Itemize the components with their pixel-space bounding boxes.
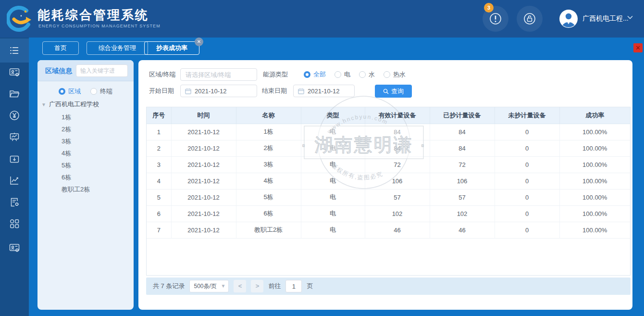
table-cell: 6栋 xyxy=(236,205,301,222)
tab-meter-read-rate[interactable]: 抄表成功率 ✕ xyxy=(144,41,199,55)
table-cell: 电 xyxy=(301,140,365,156)
tree-item[interactable]: 4栋 xyxy=(62,147,90,159)
end-date-input[interactable]: 2021-10-12 xyxy=(293,85,355,97)
column-header: 时间 xyxy=(171,107,236,124)
table-cell: 2021-10-12 xyxy=(171,222,236,238)
lock-icon xyxy=(522,12,537,26)
start-date-input[interactable]: 2021-10-12 xyxy=(180,85,257,97)
area-filter-label: 区域/终端 xyxy=(149,68,176,81)
radio-terminal[interactable]: 终端 xyxy=(90,87,112,96)
energy-radio-group: 全部电水热水 xyxy=(304,68,406,81)
table-cell: 100.00% xyxy=(559,189,630,205)
sidebar-item-report-config[interactable] xyxy=(0,191,29,213)
page-size-select[interactable]: 500条/页 ▼ xyxy=(189,280,229,292)
table-cell: 102 xyxy=(365,205,430,222)
area-select-input[interactable] xyxy=(180,68,257,81)
table-cell: 0 xyxy=(495,173,559,189)
table-cell: 2021-10-12 xyxy=(171,189,236,205)
tab-home[interactable]: 首页 xyxy=(42,41,79,55)
table-cell: 电 xyxy=(301,173,365,189)
tree-item[interactable]: 6栋 xyxy=(62,171,90,183)
user-name[interactable]: 广西机电工程... xyxy=(582,14,629,23)
sidebar-item-apps[interactable] xyxy=(0,213,29,235)
user-card-settings-icon xyxy=(9,66,20,78)
end-date-label: 结束日期 xyxy=(262,85,287,97)
radio-energy-3[interactable]: 热水 xyxy=(384,70,406,79)
calendar-icon xyxy=(297,88,305,95)
calendar-icon xyxy=(185,88,192,95)
sidebar-item-user-card-2[interactable] xyxy=(0,237,29,259)
lock-button[interactable] xyxy=(517,6,543,32)
sidebar-nav xyxy=(0,38,29,316)
tab-close-icon[interactable]: ✕ xyxy=(195,38,203,46)
radio-dot-icon xyxy=(59,88,65,95)
tree-search-input[interactable] xyxy=(76,64,128,77)
table-cell: 72 xyxy=(365,156,430,173)
table-cell: 4 xyxy=(147,173,171,189)
next-page-button[interactable]: > xyxy=(251,280,263,292)
tree-root-node[interactable]: ▼ 广西机电工程学校 xyxy=(41,99,99,110)
sidebar-item-user-card[interactable] xyxy=(0,61,29,83)
tree-item[interactable]: 2栋 xyxy=(62,123,90,135)
prev-page-button[interactable]: < xyxy=(234,280,246,292)
tab-business[interactable]: 综合业务管理 xyxy=(87,41,148,55)
table-row: 32021-10-123栋电72720100.00% xyxy=(147,156,630,173)
table-cell: 3栋 xyxy=(236,156,301,173)
table-row: 52021-10-125栋电57570100.00% xyxy=(147,189,630,205)
folder-download-icon xyxy=(9,153,20,164)
tree-item[interactable]: 5栋 xyxy=(62,159,90,171)
table-cell: 84 xyxy=(430,140,495,156)
energy-type-label: 能源类型 xyxy=(263,68,288,81)
main-area: 首页 综合业务管理 抄表成功率 ✕ ✕ 区域信息 区域 终端 ▼ 广西机电工程学… xyxy=(29,38,644,316)
tree-panel-title: 区域信息 xyxy=(45,67,72,76)
table-cell: 100.00% xyxy=(559,124,630,140)
chevron-down-icon[interactable] xyxy=(627,15,633,19)
table-cell: 106 xyxy=(365,173,430,189)
sidebar-item-folder[interactable] xyxy=(0,83,29,105)
table-cell: 46 xyxy=(365,222,430,238)
sidebar-item-dashboard[interactable] xyxy=(0,126,29,148)
table-cell: 100.00% xyxy=(559,222,630,238)
tree-item[interactable]: 教职工2栋 xyxy=(62,183,90,195)
app-title: 能耗综合管理系统 xyxy=(37,7,149,24)
table-cell: 5栋 xyxy=(236,189,301,205)
sidebar-item-chart[interactable] xyxy=(0,169,29,191)
tree-children: 1栋2栋3栋4栋5栋6栋教职工2栋 xyxy=(62,111,90,195)
caret-down-icon[interactable]: ▼ xyxy=(41,102,46,107)
apps-grid-icon xyxy=(9,218,20,229)
sidebar-item-download[interactable] xyxy=(0,148,29,170)
goto-page-input[interactable] xyxy=(285,280,302,292)
tree-item[interactable]: 1栋 xyxy=(62,111,90,123)
alert-icon xyxy=(488,12,503,26)
table-cell: 57 xyxy=(365,189,430,205)
table-cell: 72 xyxy=(430,156,495,173)
line-chart-icon xyxy=(9,175,20,186)
column-header: 类型 xyxy=(301,107,365,124)
table-cell: 102 xyxy=(430,205,495,222)
table-cell: 1栋 xyxy=(236,124,301,140)
query-button[interactable]: 查询 xyxy=(375,85,412,98)
radio-energy-0[interactable]: 全部 xyxy=(304,70,326,79)
search-icon xyxy=(383,88,389,94)
user-card-settings-icon-2 xyxy=(9,242,20,253)
start-date-label: 开始日期 xyxy=(149,85,174,97)
radio-energy-2[interactable]: 水 xyxy=(359,70,375,79)
table-cell: 57 xyxy=(430,189,495,205)
goto-label: 前往 xyxy=(268,282,281,291)
close-all-tabs-button[interactable]: ✕ xyxy=(633,43,643,52)
sidebar-item-currency[interactable] xyxy=(0,104,29,126)
table-cell: 5 xyxy=(147,189,171,205)
tree-item[interactable]: 3栋 xyxy=(62,135,90,147)
radio-energy-1[interactable]: 电 xyxy=(334,70,350,79)
radio-area[interactable]: 区域 xyxy=(59,87,81,96)
sidebar-item-menu-list[interactable] xyxy=(0,38,29,63)
table-row: 72021-10-12教职工2栋电46460100.00% xyxy=(147,222,630,238)
user-avatar[interactable] xyxy=(559,9,578,28)
table-cell: 100.00% xyxy=(559,140,630,156)
table-cell: 0 xyxy=(495,156,559,173)
table-cell: 0 xyxy=(495,205,559,222)
table-cell: 电 xyxy=(301,222,365,238)
pagination-bar: 共 7 条记录 500条/页 ▼ < > 前往 页 xyxy=(146,278,631,295)
tree-panel-header: 区域信息 xyxy=(37,60,134,81)
table-cell: 电 xyxy=(301,156,365,173)
